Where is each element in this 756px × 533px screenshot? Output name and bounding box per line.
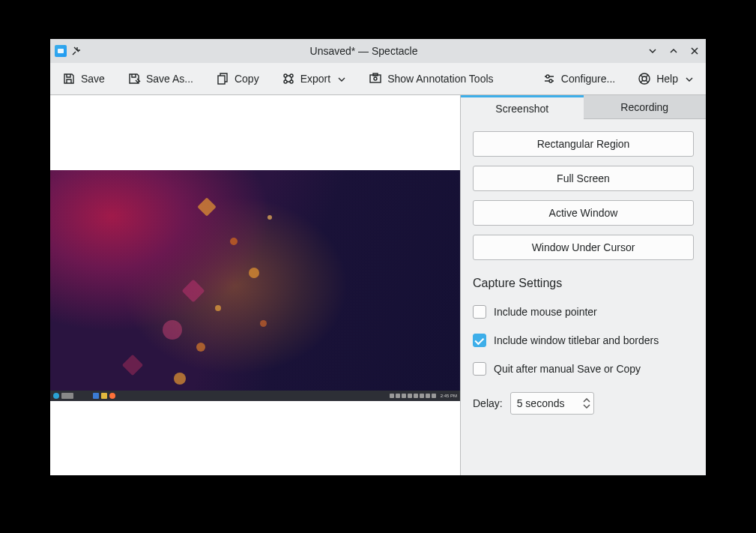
svg-point-2 (284, 74, 287, 77)
app-icon (55, 45, 67, 57)
checkbox-icon (473, 362, 486, 376)
checkbox-checked-icon (473, 334, 486, 347)
toolbar: Save Save As... Copy Export (50, 63, 706, 95)
delay-label: Delay: (473, 397, 503, 409)
configure-icon (542, 72, 556, 85)
delay-value: 5 seconds (517, 397, 565, 409)
tab-screenshot[interactable]: Screenshot (461, 95, 584, 119)
svg-rect-1 (218, 76, 225, 84)
delay-row: Delay: 5 seconds (473, 392, 694, 415)
help-icon (638, 72, 651, 85)
preview-clock: 2:45 PM (438, 394, 457, 398)
tab-recording[interactable]: Recording (584, 95, 707, 119)
copy-label: Copy (235, 73, 259, 85)
minimize-button[interactable] (646, 44, 659, 58)
active-label: Active Window (549, 207, 618, 219)
pin-icon[interactable] (71, 46, 82, 56)
preview-image: 2:45 PM (50, 170, 460, 401)
save-as-icon (127, 72, 141, 85)
include-pointer-label: Include mouse pointer (494, 306, 597, 318)
chevron-down-icon (685, 74, 694, 83)
export-label: Export (300, 73, 330, 85)
checkbox-icon (473, 305, 486, 319)
capture-settings-title: Capture Settings (473, 277, 694, 290)
svg-point-4 (284, 80, 287, 83)
save-as-button[interactable]: Save As... (126, 69, 195, 88)
delay-spinbox[interactable]: 5 seconds (510, 392, 594, 415)
tabs: Screenshot Recording (461, 95, 706, 119)
window-under-cursor-button[interactable]: Window Under Cursor (473, 235, 694, 260)
help-label: Help (656, 73, 678, 85)
save-as-label: Save As... (146, 73, 193, 85)
active-window-button[interactable]: Active Window (473, 200, 694, 226)
rectangular-region-button[interactable]: Rectangular Region (473, 131, 694, 157)
preview-taskbar: 2:45 PM (50, 391, 460, 401)
rect-label: Rectangular Region (537, 138, 630, 150)
copy-button[interactable]: Copy (214, 69, 261, 88)
svg-point-3 (290, 74, 293, 77)
configure-label: Configure... (561, 73, 615, 85)
svg-point-9 (546, 75, 549, 78)
under-label: Window Under Cursor (532, 241, 635, 253)
panel-body: Rectangular Region Full Screen Active Wi… (461, 119, 706, 427)
include-pointer-checkbox[interactable]: Include mouse pointer (473, 302, 694, 322)
svg-point-7 (374, 77, 377, 80)
tab-recording-label: Recording (620, 101, 668, 113)
side-panel: Screenshot Recording Rectangular Region … (460, 95, 706, 475)
save-label: Save (81, 73, 105, 85)
copy-icon (216, 72, 229, 85)
export-button[interactable]: Export (280, 69, 348, 88)
chevron-down-icon (337, 74, 346, 83)
full-label: Full Screen (557, 172, 610, 184)
close-button[interactable] (688, 44, 701, 58)
spin-down-icon[interactable] (583, 403, 590, 409)
app-window: Unsaved* — Spectacle Save Save As... (50, 39, 706, 475)
quit-after-label: Quit after manual Save or Copy (494, 363, 641, 375)
screenshot-preview: 2:45 PM (50, 95, 460, 475)
save-button[interactable]: Save (61, 69, 106, 88)
svg-rect-0 (58, 49, 64, 53)
spin-buttons (583, 398, 590, 409)
save-icon (62, 72, 76, 85)
svg-point-10 (549, 79, 552, 82)
show-annotation-button[interactable]: Show Annotation Tools (367, 69, 495, 88)
window-title: Unsaved* — Spectacle (86, 45, 641, 57)
configure-button[interactable]: Configure... (541, 69, 617, 88)
show-annotation-label: Show Annotation Tools (387, 73, 493, 85)
full-screen-button[interactable]: Full Screen (473, 166, 694, 191)
include-titlebar-label: Include window titlebar and borders (494, 334, 659, 346)
maximize-button[interactable] (667, 44, 680, 58)
include-titlebar-checkbox[interactable]: Include window titlebar and borders (473, 331, 694, 350)
main-area: 2:45 PM Screenshot Recording Rectangular… (50, 95, 706, 475)
quit-after-checkbox[interactable]: Quit after manual Save or Copy (473, 359, 694, 379)
export-icon (282, 72, 295, 85)
titlebar: Unsaved* — Spectacle (50, 39, 706, 63)
help-button[interactable]: Help (636, 69, 695, 88)
tab-screenshot-label: Screenshot (495, 103, 548, 115)
svg-point-5 (290, 80, 293, 83)
spin-up-icon[interactable] (583, 398, 590, 403)
annotation-icon (369, 72, 382, 85)
window-controls (646, 44, 701, 58)
